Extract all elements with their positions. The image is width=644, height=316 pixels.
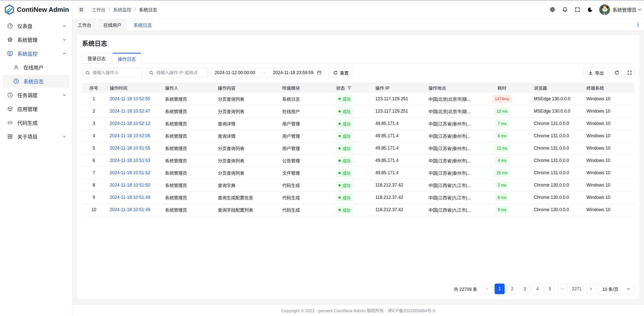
breadcrumb-item-system-monitor[interactable]: 系统监控 xyxy=(113,6,131,13)
table-actions: 导出 xyxy=(583,68,634,77)
column-header-time: 操作时间 xyxy=(106,83,161,93)
sidebar-item-system-log[interactable]: 系统日志 xyxy=(3,75,69,87)
time-link[interactable]: 2024-11-18 10:51:52 xyxy=(110,170,150,175)
date-range-end[interactable]: 2024-11-18 23:59:59 xyxy=(273,70,313,75)
time-link[interactable]: 2024-11-18 10:51:53 xyxy=(110,158,150,163)
tab-label: 登录日志 xyxy=(88,55,106,62)
pagination-prev-button[interactable] xyxy=(482,284,492,294)
cell-content: 查询字段配置列表 xyxy=(214,204,278,216)
search-icon xyxy=(149,71,153,75)
sidebar-item-about-project[interactable]: 关于项目 xyxy=(3,130,69,143)
tab-operation-log[interactable]: 操作日志 xyxy=(112,53,141,64)
ip-search-field[interactable] xyxy=(156,70,204,75)
time-link[interactable]: 2024-11-18 10:52:55 xyxy=(110,96,150,101)
sidebar-item-label: 在线用户 xyxy=(23,64,44,71)
status-dot-icon xyxy=(339,184,341,186)
pagination-page-1[interactable]: 1 xyxy=(495,284,505,294)
chevron-up-icon xyxy=(62,52,66,56)
workspace-tabbar: 工作台 在线用户 系统日志 xyxy=(72,19,644,30)
pagination-page-4[interactable]: 4 xyxy=(532,284,542,294)
dark-mode-moon-icon[interactable] xyxy=(587,7,593,13)
cell-no: 6 xyxy=(82,154,106,167)
cell-os: Windows 10 xyxy=(582,204,634,216)
status-label: 成功 xyxy=(343,170,350,176)
reset-button[interactable]: 重置 xyxy=(328,68,354,77)
time-link[interactable]: 2024-11-18 10:51:49 xyxy=(110,195,150,200)
status-dot-icon xyxy=(339,135,341,137)
cell-content: 查询生成配置信息 xyxy=(214,191,278,204)
sidebar-item-system-monitor[interactable]: 系统监控 xyxy=(3,47,69,60)
filter-funnel-icon[interactable] xyxy=(347,86,351,90)
ip-search-input[interactable] xyxy=(146,68,208,77)
time-link[interactable]: 2024-11-18 10:51:50 xyxy=(110,183,150,188)
time-link[interactable]: 2024-11-18 10:51:49 xyxy=(110,207,150,212)
cell-ip: 118.212.37.42 xyxy=(371,204,424,216)
cell-browser: Chrome 131.0.0.0 xyxy=(530,154,582,167)
cell-content: 分页查询列表 xyxy=(214,154,278,167)
time-link[interactable]: 2024-11-18 10:51:55 xyxy=(110,146,150,151)
chevron-down-icon xyxy=(62,93,66,97)
sidebar-collapse-button[interactable] xyxy=(77,6,85,14)
history-icon xyxy=(13,78,19,84)
cell-status: 成功 xyxy=(332,117,371,130)
cell-time: 2024-11-18 10:51:49 xyxy=(106,204,161,216)
table-refresh-button[interactable] xyxy=(612,68,622,77)
column-header-module: 所属模块 xyxy=(278,83,332,93)
date-range-start[interactable]: 2024-11-12 00:00:00 xyxy=(215,70,255,75)
log-table-body: 1 2024-11-18 10:52:55 系统管理员 分页查询列表 系统日志 … xyxy=(82,93,634,216)
workspace-tab-system-log[interactable]: 系统日志 xyxy=(128,19,157,30)
sidebar-item-code-generation[interactable]: 代码生成 xyxy=(3,116,69,129)
operator-search-input[interactable] xyxy=(82,68,143,77)
settings-gear-icon[interactable] xyxy=(549,7,555,13)
sidebar-item-dashboard[interactable]: 仪表盘 xyxy=(3,20,69,32)
cell-browser: MSEdge 130.0.0.0 xyxy=(530,93,582,105)
time-link[interactable]: 2024-11-18 10:52:05 xyxy=(110,133,150,138)
sidebar-item-label: 系统管理 xyxy=(17,36,37,43)
duration-badge: 2 ms xyxy=(495,181,509,189)
chevron-down-icon[interactable] xyxy=(637,7,642,12)
user-avatar[interactable] xyxy=(599,4,610,15)
brand-logo[interactable]: ContiNew Admin xyxy=(0,1,72,19)
tab-label: 操作日志 xyxy=(118,56,136,62)
pagination-page-5[interactable]: 5 xyxy=(545,284,555,294)
breadcrumb-item-workbench[interactable]: 工作台 xyxy=(92,6,105,13)
sidebar-item-app-management[interactable]: 应用管理 xyxy=(3,103,69,115)
operator-search-field[interactable] xyxy=(92,70,139,75)
cell-no: 2 xyxy=(82,105,106,117)
tab-login-log[interactable]: 登录日志 xyxy=(82,53,111,64)
chevron-down-icon xyxy=(623,287,631,291)
tab-more-icon[interactable] xyxy=(635,22,641,27)
sidebar-item-online-users[interactable]: 在线用户 xyxy=(3,61,69,74)
pagination-page-3[interactable]: 3 xyxy=(520,284,530,294)
status-label: 成功 xyxy=(343,109,350,114)
status-dot-icon xyxy=(339,197,341,199)
pagination-page-2271[interactable]: 2271 xyxy=(570,284,583,294)
date-range-picker[interactable]: 2024-11-12 00:00:00 - 2024-11-18 23:59:5… xyxy=(211,68,325,77)
page-size-select[interactable]: 10 条/页 xyxy=(598,284,634,294)
refresh-icon xyxy=(615,70,619,75)
cell-module: 公告管理 xyxy=(278,154,332,167)
cell-status: 成功 xyxy=(332,204,371,216)
fullscreen-icon[interactable] xyxy=(575,7,581,13)
header-actions: 系统管理员 xyxy=(543,4,642,15)
cell-browser: Chrome 131.0.0.0 xyxy=(530,130,582,142)
duration-badge: 12 ms xyxy=(494,107,510,115)
export-button[interactable]: 导出 xyxy=(583,68,609,77)
cell-time: 2024-11-18 10:52:55 xyxy=(106,93,161,105)
pagination-next-button[interactable] xyxy=(586,284,596,294)
cell-module: 在线用户 xyxy=(278,105,332,117)
sidebar-item-task-schedule[interactable]: 任务调度 xyxy=(3,89,69,101)
workspace-tab-online-users[interactable]: 在线用户 xyxy=(98,19,127,30)
time-link[interactable]: 2024-11-18 10:52:12 xyxy=(110,121,150,126)
pagination-page-2[interactable]: 2 xyxy=(507,284,517,294)
status-label: 成功 xyxy=(343,207,350,213)
user-name[interactable]: 系统管理员 xyxy=(613,6,636,13)
cell-os: Windows 10 xyxy=(582,93,634,105)
notification-bell-icon[interactable] xyxy=(562,7,568,13)
sidebar-item-system-management[interactable]: 系统管理 xyxy=(3,33,69,46)
table-fullscreen-button[interactable] xyxy=(625,68,634,77)
pagination-ellipsis[interactable]: ··· xyxy=(557,284,568,294)
cell-duration: 2 ms xyxy=(474,179,530,191)
workspace-tab-workbench[interactable]: 工作台 xyxy=(72,19,97,30)
time-link[interactable]: 2024-11-18 10:52:47 xyxy=(110,109,150,114)
